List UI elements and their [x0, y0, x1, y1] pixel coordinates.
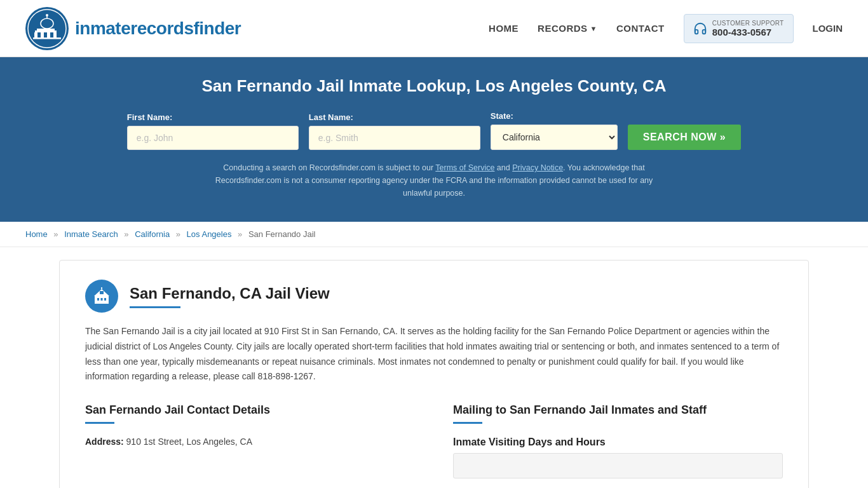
- facility-title: San Fernando, CA Jail View: [130, 285, 330, 302]
- support-label: CUSTOMER SUPPORT: [712, 20, 784, 27]
- svg-rect-13: [97, 298, 99, 301]
- svg-rect-9: [47, 32, 50, 37]
- search-now-button[interactable]: SEARCH NOW »: [628, 125, 741, 150]
- svg-rect-15: [104, 298, 106, 301]
- contact-section-underline: [85, 422, 114, 424]
- breadcrumb-california[interactable]: California: [135, 229, 170, 239]
- visiting-hours-content: [453, 453, 783, 478]
- svg-rect-5: [37, 29, 55, 30]
- headset-icon: [693, 22, 707, 36]
- tos-link[interactable]: Terms of Service: [435, 163, 494, 172]
- mailing-section-heading: Mailing to San Fernando Jail Inmates and…: [453, 403, 783, 417]
- logo[interactable]: inmaterecordsfinder: [25, 7, 241, 50]
- state-select[interactable]: California: [491, 125, 618, 150]
- facility-title-block: San Fernando, CA Jail View: [130, 285, 330, 308]
- main-content: San Fernando, CA Jail View The San Ferna…: [34, 260, 834, 488]
- breadcrumb: Home » Inmate Search » California » Los …: [0, 222, 868, 247]
- hero-disclaimer: Conducting a search on Recordsfinder.com…: [212, 161, 656, 200]
- svg-rect-14: [101, 298, 103, 301]
- content-card: San Fernando, CA Jail View The San Ferna…: [59, 260, 809, 488]
- svg-point-4: [46, 14, 48, 17]
- nav-records[interactable]: RECORDS ▼: [538, 23, 597, 34]
- breadcrumb-sep-3: »: [176, 229, 180, 239]
- facility-description: The San Fernando Jail is a city jail loc…: [85, 324, 783, 384]
- nav-contact[interactable]: CONTACT: [616, 23, 665, 34]
- mailing-column: Mailing to San Fernando Jail Inmates and…: [453, 403, 783, 478]
- breadcrumb-current: San Fernando Jail: [248, 229, 316, 239]
- last-name-input[interactable]: [309, 126, 480, 150]
- contact-section-heading: San Fernando Jail Contact Details: [85, 403, 415, 417]
- breadcrumb-inmate-search[interactable]: Inmate Search: [64, 229, 118, 239]
- logo-icon: [25, 7, 69, 50]
- facility-header: San Fernando, CA Jail View: [85, 280, 783, 313]
- breadcrumb-sep-1: »: [53, 229, 58, 239]
- first-name-label: First Name:: [127, 112, 173, 122]
- breadcrumb-sep-2: »: [124, 229, 128, 239]
- state-field-group: State: California: [491, 111, 618, 150]
- facility-icon-circle: [85, 280, 118, 313]
- first-name-input[interactable]: [127, 126, 299, 150]
- breadcrumb-sep-4: »: [238, 229, 242, 239]
- mailing-section-underline: [453, 422, 482, 424]
- two-column-section: San Fernando Jail Contact Details Addres…: [85, 403, 783, 478]
- support-text-block: CUSTOMER SUPPORT 800-433-0567: [712, 20, 784, 37]
- last-name-field-group: Last Name:: [309, 112, 480, 150]
- login-button[interactable]: LOGIN: [813, 23, 843, 34]
- building-icon: [93, 287, 111, 305]
- address-label: Address:: [85, 437, 124, 447]
- contact-details-column: San Fernando Jail Contact Details Addres…: [85, 403, 415, 478]
- svg-rect-10: [53, 32, 57, 37]
- site-header: inmaterecordsfinder HOME RECORDS ▼ CONTA…: [0, 0, 868, 57]
- breadcrumb-los-angeles[interactable]: Los Angeles: [187, 229, 232, 239]
- svg-rect-8: [41, 32, 44, 37]
- address-row: Address: 910 1st Street, Los Angeles, CA: [85, 437, 415, 447]
- support-number: 800-433-0567: [712, 27, 771, 37]
- svg-rect-11: [33, 37, 61, 39]
- address-value-text: 910 1st Street, Los Angeles, CA: [126, 437, 252, 447]
- customer-support-button[interactable]: CUSTOMER SUPPORT 800-433-0567: [684, 14, 794, 43]
- hero-section: San Fernando Jail Inmate Lookup, Los Ang…: [0, 57, 868, 222]
- state-label: State:: [491, 111, 513, 121]
- visiting-section-heading: Inmate Visiting Days and Hours: [453, 437, 783, 448]
- logo-text: inmaterecordsfinder: [75, 18, 241, 39]
- nav-home[interactable]: HOME: [489, 23, 519, 34]
- breadcrumb-home[interactable]: Home: [25, 229, 48, 239]
- last-name-label: Last Name:: [309, 112, 353, 122]
- first-name-field-group: First Name:: [127, 112, 299, 150]
- svg-point-19: [101, 287, 102, 288]
- privacy-link[interactable]: Privacy Notice: [512, 163, 563, 172]
- svg-rect-6: [35, 30, 57, 32]
- svg-rect-17: [100, 291, 104, 294]
- facility-title-underline: [130, 306, 180, 308]
- hero-title: San Fernando Jail Inmate Lookup, Los Ang…: [25, 76, 843, 96]
- search-form: First Name: Last Name: State: California…: [25, 111, 843, 150]
- chevron-down-icon: ▼: [590, 25, 597, 32]
- svg-rect-7: [34, 32, 37, 37]
- main-nav: HOME RECORDS ▼ CONTACT CUSTOMER SUPPORT …: [489, 14, 843, 43]
